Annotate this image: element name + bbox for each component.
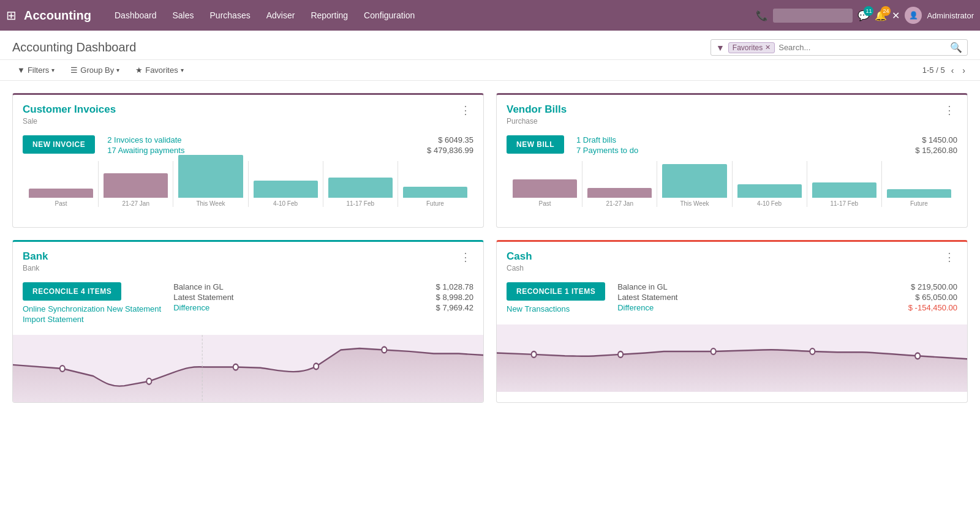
reconcile-cash-button[interactable]: RECONCILE 1 ITEMS — [507, 282, 605, 301]
cash-stat-2: Latest Statement $ 65,050.00 — [617, 293, 957, 302]
divider-3 — [248, 161, 249, 207]
bank-action-row: RECONCILE 4 ITEMS Online Synchronization… — [23, 282, 473, 325]
bank-menu[interactable]: ⋮ — [458, 250, 473, 264]
cash-action-row: RECONCILE 1 ITEMS New Transactions Balan… — [507, 282, 957, 315]
cash-title[interactable]: Cash — [507, 250, 532, 263]
customer-invoices-title[interactable]: Customer Invoices — [23, 103, 116, 116]
messages-badge: 11 — [864, 6, 873, 16]
vb-bar-feb1-label: 4-10 Feb — [757, 200, 782, 207]
next-page-button[interactable]: › — [960, 64, 968, 77]
cash-menu[interactable]: ⋮ — [941, 250, 957, 264]
main-content: Accounting Dashboard ▼ Favorites ✕ 🔍 ▼ F… — [0, 31, 980, 510]
bar-jan-label: 21-27 Jan — [123, 200, 149, 207]
nav-configuration[interactable]: Configuration — [356, 7, 422, 24]
vb-bar-future-teal — [887, 189, 951, 198]
grid-icon[interactable]: ⊞ — [6, 8, 17, 23]
bank-point-4 — [314, 363, 318, 369]
draft-bills-label[interactable]: 1 Draft bills — [576, 135, 616, 144]
vb-bar-feb1-teal — [737, 184, 802, 198]
top-search-input[interactable] — [773, 9, 853, 23]
cash-statement-value: $ 65,050.00 — [915, 293, 957, 302]
stat-row-2: 17 Awaiting payments $ 479,836.99 — [107, 146, 473, 155]
bank-area — [13, 348, 483, 402]
payments-todo-value: $ 15,260.80 — [915, 146, 957, 155]
nav-purchases[interactable]: Purchases — [203, 7, 258, 24]
favorites-tag: Favorites ✕ — [728, 42, 775, 53]
bar-feb1-teal — [254, 181, 318, 198]
favorites-filter-label: Favorites — [145, 66, 178, 75]
groupby-label: Group By — [80, 66, 114, 75]
admin-label[interactable]: Administrator — [927, 11, 974, 20]
cash-point-2 — [618, 351, 623, 358]
filters-caret: ▾ — [51, 67, 55, 73]
bank-left: RECONCILE 4 ITEMS Online Synchronization… — [23, 282, 161, 325]
vb-stat-row-1: 1 Draft bills $ 1450.00 — [576, 135, 957, 144]
phone-icon[interactable]: 📞 — [756, 10, 768, 21]
bar-feb1: 4-10 Feb — [254, 181, 318, 207]
groupby-caret: ▾ — [116, 67, 119, 73]
bar-feb2-teal — [328, 178, 393, 198]
new-transactions-link[interactable]: New Transactions — [507, 304, 605, 313]
awaiting-payments-label[interactable]: 17 Awaiting payments — [107, 146, 184, 155]
bank-title[interactable]: Bank — [23, 250, 48, 263]
bank-stat-2: Latest Statement $ 8,998.20 — [173, 293, 473, 302]
favorites-tag-remove[interactable]: ✕ — [765, 43, 771, 51]
cash-title-block: Cash Cash — [507, 250, 532, 272]
bank-title-block: Bank Bank — [23, 250, 48, 272]
vendor-bills-chart: Past 21-27 Jan This Week — [507, 161, 957, 222]
bank-card: Bank Bank ⋮ RECONCILE 4 ITEMS Online Syn… — [12, 240, 484, 403]
vb-bar-past: Past — [513, 179, 577, 207]
nav-reporting[interactable]: Reporting — [303, 7, 355, 24]
search-area: ▼ Favorites ✕ 🔍 — [710, 39, 968, 56]
messages-icon[interactable]: 💬 11 — [858, 10, 870, 21]
bank-stat-3: Difference $ 7,969.42 — [173, 303, 473, 312]
filters-button[interactable]: ▼ Filters ▾ — [12, 64, 59, 77]
pagination-text: 1-5 / 5 — [922, 66, 945, 75]
vendor-bills-stats: 1 Draft bills $ 1450.00 7 Payments to do… — [576, 135, 957, 156]
bank-gl-value: $ 1,028.78 — [436, 282, 473, 291]
customer-invoices-bars: Past 21-27 Jan This Week — [29, 161, 467, 207]
page-title: Accounting Dashboard — [12, 40, 704, 54]
dashboard-grid: Customer Invoices Sale ⋮ NEW INVOICE 2 I… — [0, 81, 980, 415]
vendor-bills-title[interactable]: Vendor Bills — [507, 103, 567, 116]
bar-future: Future — [403, 187, 467, 207]
filter-funnel-icon: ▼ — [17, 66, 25, 75]
search-button[interactable]: 🔍 — [950, 42, 962, 53]
bank-body: RECONCILE 4 ITEMS Online Synchronization… — [13, 276, 483, 335]
top-navigation: ⊞ Accounting Dashboard Sales Purchases A… — [0, 0, 980, 31]
vendor-bills-menu[interactable]: ⋮ — [941, 103, 957, 117]
vb-divider-2 — [657, 161, 657, 207]
alerts-icon[interactable]: 🔔 24 — [875, 10, 887, 21]
bank-point-3 — [233, 364, 238, 370]
nav-sales[interactable]: Sales — [165, 7, 202, 24]
divider-2 — [173, 161, 173, 207]
bar-jan: 21-27 Jan — [104, 173, 168, 207]
cash-point-4 — [810, 348, 815, 354]
groupby-button[interactable]: ☰ Group By ▾ — [66, 64, 124, 77]
invoices-validate-label[interactable]: 2 Invoices to validate — [107, 135, 181, 144]
cash-header: Cash Cash ⋮ — [497, 242, 967, 276]
import-statement-link[interactable]: Import Statement — [23, 315, 161, 324]
nav-dashboard[interactable]: Dashboard — [107, 7, 164, 24]
search-input[interactable] — [778, 43, 946, 52]
reconcile-bank-button[interactable]: RECONCILE 4 ITEMS — [23, 282, 121, 301]
filters-label: Filters — [28, 66, 49, 75]
avatar[interactable]: 👤 — [905, 7, 922, 24]
vb-bar-thisweek-label: This Week — [680, 200, 709, 207]
new-bill-button[interactable]: NEW BILL — [507, 135, 564, 154]
online-sync-link[interactable]: Online Synchronization New Statement — [23, 304, 161, 313]
vb-divider-4 — [807, 161, 807, 207]
bank-line-chart: 5 Jan 10 Jan 15 Jan 20 Jan 25 Jan — [13, 335, 483, 402]
new-invoice-button[interactable]: NEW INVOICE — [23, 135, 95, 154]
favorites-filter-button[interactable]: ★ Favorites ▾ — [130, 64, 188, 77]
customer-invoices-menu[interactable]: ⋮ — [458, 103, 473, 117]
awaiting-payments-value: $ 479,836.99 — [427, 146, 473, 155]
nav-links: Dashboard Sales Purchases Adviser Report… — [107, 7, 752, 24]
filter-icon: ▼ — [716, 43, 725, 53]
cash-point-1 — [532, 351, 537, 358]
cash-point-3 — [711, 348, 716, 354]
close-icon[interactable]: ✕ — [892, 10, 900, 21]
prev-page-button[interactable]: ‹ — [949, 64, 957, 77]
payments-todo-label[interactable]: 7 Payments to do — [576, 146, 638, 155]
nav-adviser[interactable]: Adviser — [259, 7, 303, 24]
